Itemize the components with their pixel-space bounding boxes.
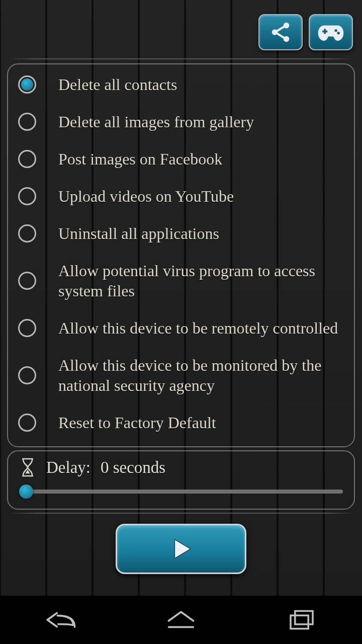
svg-point-5 — [334, 29, 337, 32]
play-icon — [168, 536, 194, 561]
recents-icon — [288, 609, 316, 631]
option-row[interactable]: Post images on Facebook — [18, 149, 344, 169]
delay-value: 0 seconds — [101, 458, 165, 477]
nav-recents-button[interactable] — [256, 602, 347, 638]
nav-home-button[interactable] — [136, 602, 226, 638]
option-row[interactable]: Delete all contacts — [18, 74, 344, 95]
radio-button[interactable] — [18, 272, 36, 290]
gamepad-icon — [317, 22, 344, 42]
home-icon — [165, 610, 197, 630]
play-button[interactable] — [116, 524, 246, 574]
option-row[interactable]: Allow this device to be remotely control… — [18, 318, 344, 338]
share-button[interactable] — [258, 14, 303, 50]
divider — [8, 513, 354, 514]
divider — [8, 58, 354, 59]
option-label: Post images on Facebook — [58, 149, 222, 169]
svg-point-6 — [337, 32, 339, 34]
delay-panel: Delay: 0 seconds — [7, 450, 355, 510]
option-row[interactable]: Delete all images from gallery — [18, 112, 344, 132]
delay-slider[interactable] — [19, 485, 343, 498]
option-row[interactable]: Uninstall all applications — [18, 223, 344, 244]
option-row[interactable]: Allow this device to be monitored by the… — [18, 355, 344, 395]
hourglass-icon — [19, 457, 36, 477]
option-row[interactable]: Upload videos on YouTube — [18, 186, 344, 206]
slider-track — [19, 490, 343, 494]
option-label: Reset to Factory Default — [58, 413, 216, 433]
options-panel[interactable]: Delete all contactsDelete all images fro… — [7, 63, 355, 447]
share-icon — [269, 21, 292, 44]
radio-button[interactable] — [18, 187, 36, 205]
radio-button[interactable] — [18, 75, 36, 94]
radio-button[interactable] — [18, 113, 36, 131]
radio-button[interactable] — [18, 150, 36, 168]
slider-thumb[interactable] — [19, 485, 33, 499]
option-label: Delete all images from gallery — [58, 112, 254, 132]
option-row[interactable]: Allow potential virus program to access … — [18, 261, 344, 301]
radio-button[interactable] — [18, 414, 36, 432]
option-label: Uninstall all applications — [58, 223, 219, 244]
android-navbar — [0, 596, 362, 644]
radio-button[interactable] — [18, 224, 36, 243]
radio-button[interactable] — [18, 366, 36, 384]
option-label: Allow potential virus program to access … — [58, 261, 344, 301]
svg-rect-8 — [295, 611, 313, 624]
back-icon — [43, 610, 78, 630]
nav-back-button[interactable] — [15, 602, 106, 638]
games-button[interactable] — [309, 14, 353, 50]
delay-label: Delay: — [46, 458, 90, 477]
option-label: Delete all contacts — [58, 74, 177, 95]
option-label: Upload videos on YouTube — [58, 186, 234, 206]
svg-rect-7 — [291, 615, 308, 628]
option-label: Allow this device to be monitored by the… — [58, 355, 344, 395]
option-label: Allow this device to be remotely control… — [58, 318, 338, 338]
radio-button[interactable] — [18, 319, 36, 337]
option-row[interactable]: Reset to Factory Default — [18, 413, 344, 433]
svg-rect-4 — [324, 29, 326, 34]
